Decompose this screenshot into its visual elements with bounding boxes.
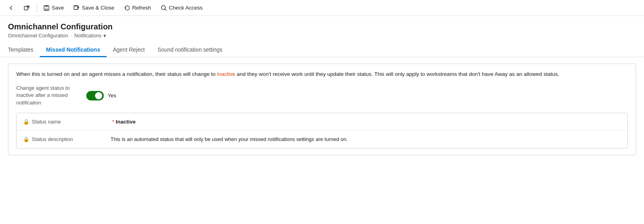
chevron-down-icon: ▼ [103,33,107,38]
check-access-button[interactable]: Check Access [157,3,207,13]
toggle-wrapper: Yes [86,91,116,100]
toolbar-divider-1 [37,4,37,12]
tab-sound-notification[interactable]: Sound notification settings [151,43,229,57]
svg-rect-3 [45,8,48,10]
save-label: Save [52,5,64,11]
table-row: 🔒 Status description This is an automate… [17,131,627,148]
status-name-value: Inactive [116,119,621,125]
popout-button[interactable] [20,3,34,13]
save-button[interactable]: Save [39,3,68,13]
form-table: 🔒 Status name * Inactive 🔒 Status descri… [16,113,628,149]
agent-status-toggle[interactable] [86,91,104,100]
required-star: * [112,119,114,125]
table-row: 🔒 Status name * Inactive [17,113,627,131]
toggle-thumb [95,92,102,99]
breadcrumb-current-label: Notifications [74,33,101,39]
back-button[interactable] [4,3,18,13]
save-close-button[interactable]: Save & Close [70,3,118,13]
tab-agent-reject[interactable]: Agent Reject [107,43,151,57]
toggle-track [86,91,104,100]
toggle-row: Change agent status to inactive after a … [16,85,628,106]
back-icon [8,5,14,11]
info-text: When this is turned on and an agent miss… [16,70,628,78]
toolbar: Save Save & Close Refresh [0,0,644,16]
status-name-label: 🔒 Status name [23,119,111,125]
breadcrumb-current: Notifications ▼ [74,33,107,39]
info-box: When this is turned on and an agent miss… [8,64,636,155]
tab-templates[interactable]: Templates [8,43,40,57]
popout-icon [24,5,30,11]
main-content: When this is turned on and an agent miss… [0,57,644,162]
check-access-label: Check Access [169,5,203,11]
page-title: Omnichannel Configuration [8,22,636,31]
lock-icon: 🔒 [23,119,29,125]
save-close-label: Save & Close [82,5,114,11]
info-text-part2: and they won't receive work until they u… [235,71,559,77]
breadcrumb-separator: · [70,33,72,39]
status-description-value: This is an automated status that will on… [111,136,621,142]
toggle-value: Yes [108,93,116,98]
svg-rect-0 [24,6,28,10]
refresh-label: Refresh [132,5,151,11]
breadcrumb: Omnichannel Configuration · Notification… [8,33,636,39]
lock-icon: 🔒 [23,136,29,142]
status-description-label: 🔒 Status description [23,136,111,142]
refresh-icon [124,5,130,11]
svg-rect-5 [75,6,77,7]
check-access-icon [161,5,167,11]
svg-rect-2 [45,6,48,7]
info-text-part1: When this is turned on and an agent miss… [16,71,217,77]
save-icon [43,5,50,11]
info-text-highlight: inactive [217,71,235,77]
breadcrumb-root: Omnichannel Configuration [8,33,68,39]
toggle-label: Change agent status to inactive after a … [16,85,80,106]
tabs-bar: Templates Missed Notifications Agent Rej… [0,43,644,57]
save-close-icon [74,5,80,11]
page-header: Omnichannel Configuration Omnichannel Co… [0,16,644,39]
refresh-button[interactable]: Refresh [120,3,155,13]
tab-missed-notifications[interactable]: Missed Notifications [40,43,107,57]
